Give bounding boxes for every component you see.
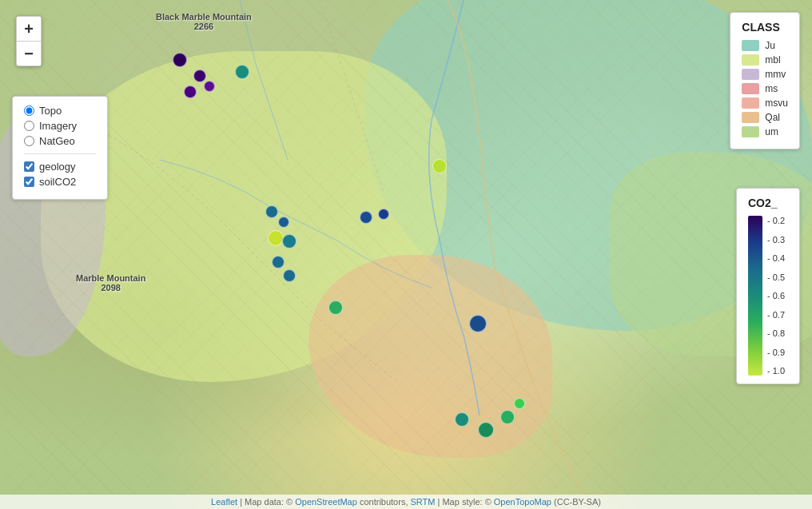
data-point-p5[interactable] — [235, 65, 249, 79]
class-legend-item-ms: ms — [742, 83, 788, 94]
co2-label-1.0: - 1.0 — [767, 366, 785, 376]
data-point-p15[interactable] — [328, 300, 343, 315]
data-point-p9[interactable] — [360, 211, 372, 224]
basemap-topo-item[interactable]: Topo — [24, 105, 96, 117]
basemap-natgeo-label: NatGeo — [39, 135, 75, 147]
leaflet-link[interactable]: Leaflet — [211, 497, 237, 507]
style-link[interactable]: OpenTopoMap — [494, 497, 551, 507]
co2-label-0.9: - 0.9 — [767, 348, 785, 357]
data-point-p8[interactable] — [278, 217, 289, 228]
layer-controls-panel: Topo Imagery NatGeo geology soilCO2 — [12, 96, 108, 200]
class-label-mbl: mbl — [765, 54, 780, 66]
co2-label-0.8: - 0.8 — [767, 328, 785, 338]
class-legend-item-mbl: mbl — [742, 54, 788, 66]
class-color-mbl — [742, 54, 759, 66]
data-point-p1[interactable] — [173, 53, 187, 67]
data-point-p20[interactable] — [514, 398, 525, 409]
co2-legend-title: CO2_ — [748, 197, 788, 209]
class-legend-item-qal: Qal — [742, 112, 788, 123]
co2-legend: CO2_ - 0.2- 0.3- 0.4- 0.5- 0.6- 0.7- 0.8… — [736, 188, 800, 384]
data-point-p4[interactable] — [204, 81, 215, 92]
basemap-topo-label: Topo — [39, 105, 62, 117]
class-color-ju — [742, 40, 759, 51]
co2-label-0.3: - 0.3 — [767, 235, 785, 245]
zoom-in-button[interactable]: + — [17, 17, 41, 41]
map-container[interactable]: Black Marble Mountain2266 Marble Mountai… — [0, 0, 812, 509]
data-point-p14[interactable] — [283, 269, 296, 282]
data-point-p13[interactable] — [272, 256, 285, 268]
co2-label-0.5: - 0.5 — [767, 272, 785, 282]
data-point-p18[interactable] — [478, 422, 494, 438]
class-legend-item-ju: Ju — [742, 40, 788, 51]
co2-label-0.7: - 0.7 — [767, 310, 785, 320]
class-label-ju: Ju — [765, 40, 775, 51]
data-point-p12[interactable] — [282, 234, 297, 249]
data-point-p17[interactable] — [455, 412, 469, 427]
data-point-p11[interactable] — [268, 230, 284, 246]
class-legend-item-mmv: mmv — [742, 69, 788, 80]
data-point-p6[interactable] — [432, 159, 447, 173]
data-point-p16[interactable] — [469, 315, 487, 332]
data-point-p7[interactable] — [265, 205, 278, 218]
data-point-p19[interactable] — [500, 410, 515, 424]
osm-link[interactable]: OpenStreetMap — [295, 497, 357, 507]
co2-label-0.6: - 0.6 — [767, 291, 785, 300]
co2-gradient-container: - 0.2- 0.3- 0.4- 0.5- 0.6- 0.7- 0.8- 0.9… — [748, 216, 788, 376]
class-label-um: um — [765, 126, 778, 137]
basemap-natgeo-radio[interactable] — [24, 136, 34, 146]
attribution-sep1: | Map data: © — [240, 497, 295, 507]
class-label-mmv: mmv — [765, 69, 786, 80]
class-color-msvu — [742, 97, 759, 109]
class-legend-title: CLASS — [742, 21, 788, 34]
zoom-out-button[interactable]: − — [17, 42, 41, 66]
attribution-contributors: contributors, — [360, 497, 411, 507]
attribution-cc: (CC-BY-SA) — [554, 497, 601, 507]
zoom-controls: + − — [16, 16, 42, 66]
class-color-ms — [742, 83, 759, 94]
class-legend: CLASS Ju mbl mmv ms msvu Qal um — [730, 12, 800, 149]
basemap-imagery-item[interactable]: Imagery — [24, 120, 96, 132]
geology-checkbox-item[interactable]: geology — [24, 161, 96, 173]
class-legend-item-um: um — [742, 126, 788, 137]
basemap-imagery-label: Imagery — [39, 120, 77, 132]
co2-label-0.4: - 0.4 — [767, 253, 785, 263]
class-label-msvu: msvu — [765, 97, 788, 109]
data-point-p3[interactable] — [184, 85, 197, 98]
soilco2-label: soilCO2 — [39, 176, 76, 188]
basemap-imagery-radio[interactable] — [24, 121, 34, 131]
soilco2-checkbox-item[interactable]: soilCO2 — [24, 176, 96, 188]
soilco2-checkbox[interactable] — [24, 177, 34, 187]
class-legend-item-msvu: msvu — [742, 97, 788, 109]
geology-label: geology — [39, 161, 76, 173]
class-legend-items: Ju mbl mmv ms msvu Qal um — [742, 40, 788, 137]
geology-checkbox[interactable] — [24, 161, 34, 172]
attribution-sep2: | Map style: © — [438, 497, 494, 507]
data-point-p2[interactable] — [193, 70, 206, 82]
class-color-um — [742, 126, 759, 137]
class-label-qal: Qal — [765, 112, 780, 123]
basemap-radio-group: Topo Imagery NatGeo — [24, 105, 96, 147]
controls-divider — [24, 153, 96, 154]
co2-gradient-bar — [748, 216, 762, 376]
basemap-natgeo-item[interactable]: NatGeo — [24, 135, 96, 147]
basemap-topo-radio[interactable] — [24, 105, 34, 116]
srtm-link[interactable]: SRTM — [411, 497, 436, 507]
co2-label-0.2: - 0.2 — [767, 216, 785, 225]
class-color-mmv — [742, 69, 759, 80]
co2-labels: - 0.2- 0.3- 0.4- 0.5- 0.6- 0.7- 0.8- 0.9… — [767, 216, 785, 376]
class-color-qal — [742, 112, 759, 123]
class-label-ms: ms — [765, 83, 778, 94]
attribution-bar: Leaflet | Map data: © OpenStreetMap cont… — [0, 495, 812, 509]
data-point-p10[interactable] — [378, 209, 389, 220]
